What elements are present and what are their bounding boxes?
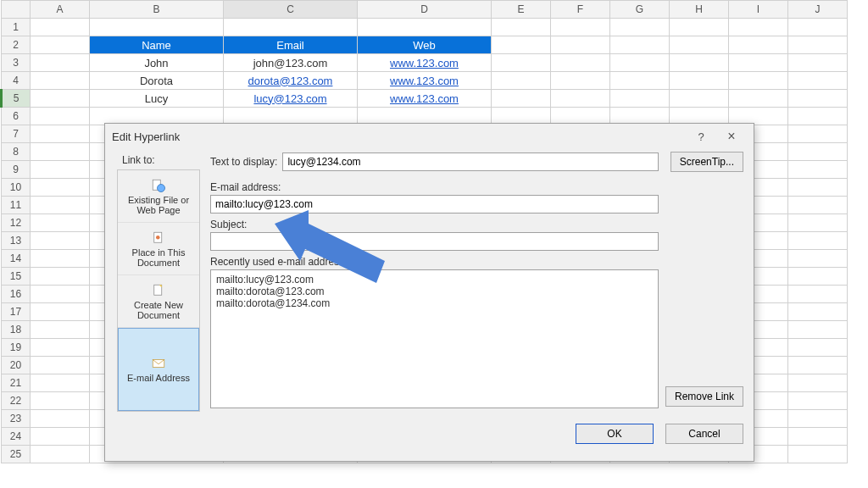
cell-J4[interactable] (788, 72, 848, 90)
cell-E5[interactable] (492, 90, 551, 108)
cell-G4[interactable] (610, 72, 670, 90)
cell-A3[interactable] (31, 54, 90, 72)
cell-J2[interactable] (788, 36, 848, 54)
cell-C2[interactable]: Email (224, 36, 358, 54)
col-header-G[interactable]: G (610, 1, 670, 19)
row-header-11[interactable]: 11 (2, 197, 31, 214)
cell-E4[interactable] (492, 72, 551, 90)
cell-A24[interactable] (31, 428, 90, 446)
cell-J20[interactable] (788, 357, 848, 374)
dialog-titlebar[interactable]: Edit Hyperlink ? × (105, 124, 754, 149)
cell-J25[interactable] (788, 446, 848, 463)
cell-E3[interactable] (492, 54, 551, 72)
cell-I1[interactable] (729, 19, 788, 36)
cell-E2[interactable] (492, 36, 551, 54)
cell-C3[interactable]: john@123.com (224, 54, 358, 72)
cell-A5[interactable] (31, 90, 90, 108)
cell-J9[interactable] (788, 161, 848, 179)
col-header-F[interactable]: F (551, 1, 610, 19)
cell-J23[interactable] (788, 410, 848, 428)
row-header-22[interactable]: 22 (2, 392, 31, 410)
row-header-5[interactable]: 5 (2, 90, 31, 108)
cell-A25[interactable] (31, 446, 90, 463)
col-header-I[interactable]: I (729, 1, 788, 19)
cell-F3[interactable] (551, 54, 610, 72)
cell-A12[interactable] (31, 214, 90, 232)
cell-D4[interactable]: www.123.com (358, 72, 492, 90)
linkto-email-address[interactable]: E-mail Address (118, 328, 199, 411)
row-header-16[interactable]: 16 (2, 286, 31, 303)
cell-J17[interactable] (788, 303, 848, 321)
cell-A4[interactable] (31, 72, 90, 90)
cell-A6[interactable] (31, 108, 90, 125)
cell-A10[interactable] (31, 179, 90, 197)
col-header-H[interactable]: H (670, 1, 729, 19)
cell-J11[interactable] (788, 197, 848, 214)
cell-H1[interactable] (670, 19, 729, 36)
cell-J8[interactable] (788, 143, 848, 161)
row-header-1[interactable]: 1 (2, 19, 31, 36)
row-header-17[interactable]: 17 (2, 303, 31, 321)
cell-D2[interactable]: Web (358, 36, 492, 54)
cancel-button[interactable]: Cancel (665, 424, 743, 444)
row-header-12[interactable]: 12 (2, 214, 31, 232)
email-address-input[interactable] (210, 195, 659, 214)
cell-A15[interactable] (31, 268, 90, 286)
cell-G5[interactable] (610, 90, 670, 108)
cell-A9[interactable] (31, 161, 90, 179)
cell-H4[interactable] (670, 72, 729, 90)
select-all-corner[interactable] (2, 1, 31, 19)
recent-email-listbox[interactable]: mailto:lucy@123.com mailto:dorota@123.co… (210, 269, 659, 408)
row-header-7[interactable]: 7 (2, 125, 31, 143)
cell-G2[interactable] (610, 36, 670, 54)
cell-I4[interactable] (729, 72, 788, 90)
row-header-8[interactable]: 8 (2, 143, 31, 161)
cell-B1[interactable] (90, 19, 224, 36)
help-button[interactable]: ? (686, 125, 716, 147)
cell-D3[interactable]: www.123.com (358, 54, 492, 72)
subject-input[interactable] (210, 232, 659, 251)
cell-I2[interactable] (729, 36, 788, 54)
cell-A19[interactable] (31, 339, 90, 357)
cell-F4[interactable] (551, 72, 610, 90)
cell-J13[interactable] (788, 232, 848, 250)
cell-A13[interactable] (31, 232, 90, 250)
linkto-existing-file[interactable]: Existing File or Web Page (118, 170, 199, 223)
cell-H5[interactable] (670, 90, 729, 108)
linkto-create-new[interactable]: Create New Document (118, 275, 199, 328)
cell-H2[interactable] (670, 36, 729, 54)
row-header-9[interactable]: 9 (2, 161, 31, 179)
cell-C4[interactable]: dorota@123.com (224, 72, 358, 90)
screentip-button[interactable]: ScreenTip... (670, 152, 743, 172)
cell-J18[interactable] (788, 321, 848, 339)
row-header-13[interactable]: 13 (2, 232, 31, 250)
cell-A11[interactable] (31, 197, 90, 214)
cell-H3[interactable] (670, 54, 729, 72)
cell-J22[interactable] (788, 392, 848, 410)
col-header-D[interactable]: D (358, 1, 492, 19)
col-header-J[interactable]: J (788, 1, 848, 19)
row-header-18[interactable]: 18 (2, 321, 31, 339)
row-header-24[interactable]: 24 (2, 428, 31, 446)
row-header-6[interactable]: 6 (2, 108, 31, 125)
cell-J5[interactable] (788, 90, 848, 108)
cell-A1[interactable] (31, 19, 90, 36)
row-header-23[interactable]: 23 (2, 410, 31, 428)
row-header-25[interactable]: 25 (2, 446, 31, 463)
cell-A21[interactable] (31, 374, 90, 392)
col-header-C[interactable]: C (224, 1, 358, 19)
row-header-19[interactable]: 19 (2, 339, 31, 357)
cell-J21[interactable] (788, 374, 848, 392)
ok-button[interactable]: OK (576, 424, 654, 444)
cell-B2[interactable]: Name (90, 36, 224, 54)
cell-J15[interactable] (788, 268, 848, 286)
cell-A22[interactable] (31, 392, 90, 410)
cell-G1[interactable] (610, 19, 670, 36)
cell-J12[interactable] (788, 214, 848, 232)
cell-I5[interactable] (729, 90, 788, 108)
cell-B5[interactable]: Lucy (90, 90, 224, 108)
row-header-20[interactable]: 20 (2, 357, 31, 374)
row-header-21[interactable]: 21 (2, 374, 31, 392)
cell-E1[interactable] (492, 19, 551, 36)
cell-A17[interactable] (31, 303, 90, 321)
